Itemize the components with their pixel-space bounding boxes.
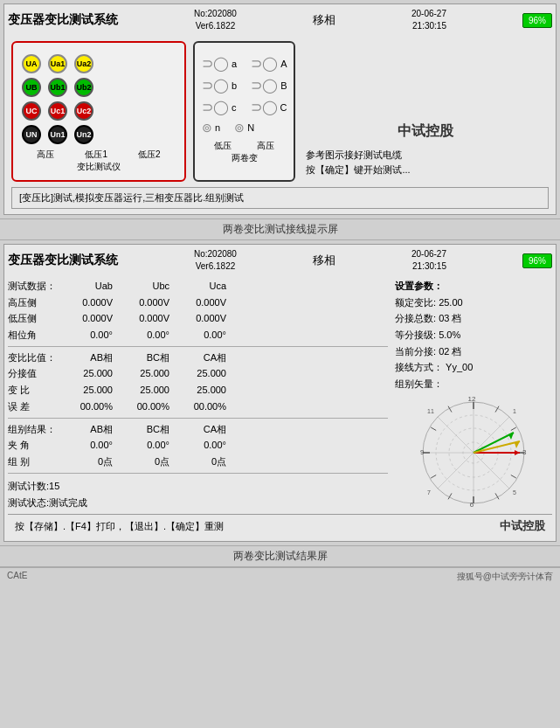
terminal-row-n: UN Un1 Un2	[22, 125, 176, 144]
svg-line-18	[431, 427, 436, 431]
top-datetime: 20-06-27 21:30:15	[411, 8, 446, 32]
svg-line-16	[431, 475, 436, 478]
angle-label: 夹 角	[8, 437, 56, 454]
lv-row-n: ⊚ n ⊚ N	[202, 121, 287, 135]
high-val-1: 0.000V	[113, 295, 169, 311]
angle-row: 夹 角 0.00° 0.00° 0.00°	[8, 437, 388, 454]
lv-row-c: ⊃◯ c ⊃◯ C	[202, 99, 287, 115]
connector-n-left: ⊚	[202, 121, 212, 135]
device-footer: 高压 低压1 低压2	[22, 149, 176, 161]
low-val-1: 0.000V	[113, 310, 169, 327]
tap-total-unit: 档	[452, 313, 461, 323]
terminal-row-c: UC Uc1 Uc2	[22, 101, 176, 121]
svg-line-30	[474, 433, 514, 453]
tap-val-1: 25.000	[113, 365, 169, 382]
bottom-panel: 变压器变比测试系统 No:202080 Ver6.1822 移相 20-06-2…	[3, 244, 557, 542]
action-text: 按【存储】.【F4】打印，【退出】.【确定】重测	[15, 520, 224, 533]
terminal-Uc1: Uc1	[48, 101, 67, 121]
data-right: 设置参数： 额定变比: 25.00 分接总数: 03 档 等分接级: 5.0%	[395, 278, 552, 514]
bottom-panel-header: 变压器变比测试系统 No:202080 Ver6.1822 移相 20-06-2…	[8, 248, 552, 273]
tap-row: 分接值 25.000 25.000 25.000	[8, 365, 388, 382]
high-voltage-row: 高压侧 0.000V 0.000V 0.000V	[8, 295, 388, 311]
data-left: 测试数据： Uab Ubc Uca 高压侧 0.000V 0.000V 0.00…	[8, 278, 388, 514]
mv-low-label: 低压	[214, 140, 232, 152]
low-label: 低压侧	[8, 310, 56, 327]
test-data-header-row: 测试数据： Uab Ubc Uca	[8, 278, 388, 295]
error-val-2: 00.00%	[169, 399, 226, 415]
phase-row: 相位角 0.00° 0.00° 0.00°	[8, 327, 388, 343]
hv-label-C: C	[280, 102, 287, 113]
group-val-1: 0点	[113, 454, 169, 470]
top-brand: 中试控股	[302, 122, 549, 141]
group-header-label: 组别结果：	[8, 421, 56, 438]
mv-footer: 低压 高压	[202, 140, 287, 152]
ratio-val-2: 25.000	[169, 382, 226, 399]
wiring-value: Yy_00	[446, 362, 473, 372]
label-high: 高压	[37, 149, 54, 161]
phase-label: 相位角	[8, 327, 56, 343]
low-val-2: 0.000V	[169, 310, 226, 327]
group-col-bc: BC相	[113, 421, 169, 438]
ratio-header-row: 变比比值： AB相 BC相 CA相	[8, 350, 388, 366]
terminal-row-a: UA Ua1 Ua2	[22, 54, 176, 73]
top-mode: 移相	[313, 12, 335, 28]
terminal-Ua1: Ua1	[48, 54, 67, 73]
svg-text:9: 9	[420, 448, 425, 456]
group-header-row: 组别结果： AB相 BC相 CA相	[8, 421, 388, 438]
group-vector-label: 组别矢量：	[395, 376, 552, 392]
info-bar: [变压比]测试,模拟变压器运行,三相变压器比.组别测试	[11, 187, 549, 209]
equal-tap-row: 等分接级: 5.0%	[395, 327, 552, 343]
top-panel: 变压器变比测试系统 No:202080 Ver6.1822 移相 20-06-2…	[3, 3, 557, 215]
top-note: 参考图示接好测试电缆按【确定】键开始测试...	[302, 144, 549, 182]
equal-tap-label: 等分接级:	[395, 329, 436, 340]
terminal-Un1: Un1	[48, 125, 67, 144]
test-status: 测试状态:测试完成	[8, 495, 388, 512]
connector-B-right: ⊃◯	[251, 77, 278, 94]
angle-val-2: 0.00°	[169, 437, 226, 454]
top-battery: 96%	[522, 13, 552, 28]
action-bar: 按【存储】.【F4】打印，【退出】.【确定】重测 中试控股	[8, 514, 552, 537]
ratio-val-1: 25.000	[113, 382, 169, 399]
svg-text:1: 1	[513, 408, 516, 414]
svg-text:7: 7	[427, 489, 431, 496]
terminal-UA: UA	[22, 54, 41, 73]
current-tap-value: 02	[439, 346, 449, 357]
device-terminals: UA Ua1 Ua2 UB Ub1 Ub2 UC Uc1 Uc2	[11, 41, 186, 182]
svg-text:6: 6	[470, 501, 474, 509]
bottom-datetime: 20-06-27 21:30:15	[411, 248, 446, 273]
ratio-col-ab: AB相	[56, 350, 113, 366]
test-data-table: 测试数据： Uab Ubc Uca 高压侧 0.000V 0.000V 0.00…	[8, 278, 388, 343]
phase-val-1: 0.00°	[113, 327, 169, 343]
group-col-ca: CA相	[169, 421, 226, 438]
rated-ratio-row: 额定变比: 25.00	[395, 295, 552, 311]
rated-ratio-label: 额定变比:	[395, 297, 436, 308]
test-count: 测试计数:15	[8, 478, 388, 496]
ratio-val-0: 25.000	[56, 382, 113, 399]
ratio-col-ca: CA相	[169, 350, 226, 366]
terminal-UC: UC	[22, 101, 41, 121]
svg-line-32	[474, 441, 520, 453]
phase-val-0: 0.00°	[56, 327, 113, 343]
error-val-0: 00.00%	[56, 399, 113, 415]
right-section: 中试控股 参考图示接好测试电缆按【确定】键开始测试...	[302, 41, 549, 182]
equal-tap-value: 5.0%	[439, 329, 460, 340]
test-data-label: 测试数据：	[8, 278, 56, 295]
lv-row-b: ⊃◯ b ⊃◯ B	[202, 77, 287, 94]
terminal-UN: UN	[22, 125, 41, 144]
low-val-0: 0.000V	[56, 310, 113, 327]
polar-chart: 12 3 6 9 1 5 11 7	[417, 396, 530, 510]
tap-total-row: 分接总数: 03 档	[395, 310, 552, 327]
footer-bar: CAtE 搜狐号@中试旁旁计体育	[0, 567, 560, 586]
mv-high-label: 高压	[257, 140, 274, 152]
terminal-row-b: UB Ub1 Ub2	[22, 78, 176, 97]
ratio-col-bc: BC相	[113, 350, 169, 366]
high-val-0: 0.000V	[56, 295, 113, 311]
label-low1: 低压1	[85, 149, 107, 161]
svg-text:5: 5	[513, 489, 516, 496]
connector-b-left: ⊃◯	[202, 77, 229, 94]
group-col-ab: AB相	[56, 421, 113, 438]
top-doc-info: No:202080 Ver6.1822	[194, 8, 237, 32]
svg-text:3: 3	[522, 448, 527, 456]
hv-label-A: A	[280, 59, 287, 69]
footer-left: CAtE	[7, 571, 27, 583]
